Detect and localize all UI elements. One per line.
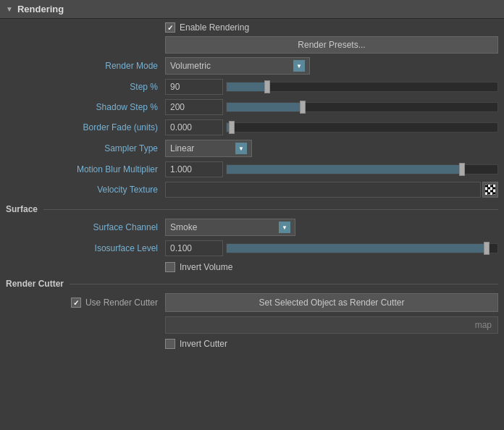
render-mode-dropdown[interactable]: Volumetric [165, 57, 310, 75]
enable-rendering-checkbox[interactable] [165, 22, 175, 33]
surface-section-header: Surface [0, 200, 504, 216]
shadow-step-input[interactable] [165, 99, 223, 115]
border-fade-slider[interactable] [226, 122, 498, 132]
border-fade-thumb[interactable] [229, 121, 235, 134]
use-render-cutter-row: Use Render Cutter Set Selected Object as… [0, 291, 504, 314]
invert-cutter-row: Invert Cutter [0, 336, 504, 351]
isosurface-level-slider[interactable] [226, 243, 498, 253]
invert-volume-checkbox[interactable] [165, 262, 175, 272]
step-percent-fill [227, 83, 267, 91]
step-percent-input[interactable] [165, 79, 223, 95]
step-percent-control [165, 79, 498, 95]
render-cutter-section-divider [70, 284, 498, 284]
invert-volume-label: Invert Volume [180, 262, 232, 272]
invert-cutter-label: Invert Cutter [180, 339, 227, 349]
isosurface-level-thumb[interactable] [484, 242, 490, 255]
render-mode-row: Render Mode Volumetric [0, 55, 504, 77]
sampler-type-control: Linear [165, 140, 498, 157]
shadow-step-control [165, 99, 498, 115]
surface-channel-value: Smoke [170, 222, 276, 232]
isosurface-level-fill [227, 244, 487, 253]
step-percent-thumb[interactable] [264, 80, 270, 93]
use-render-cutter-checkbox[interactable] [71, 298, 81, 308]
velocity-texture-control [165, 182, 498, 198]
render-mode-value: Volumetric [170, 61, 290, 71]
motion-blur-fill [227, 165, 462, 174]
border-fade-input[interactable] [165, 119, 223, 135]
render-cutter-section-header: Render Cutter [0, 274, 504, 291]
use-render-cutter-control: Set Selected Object as Render Cutter [165, 293, 498, 312]
step-percent-label: Step % [6, 82, 165, 92]
border-fade-label: Border Fade (units) [6, 122, 165, 132]
sampler-type-row: Sampler Type Linear [0, 138, 504, 159]
surface-section-divider [43, 209, 498, 210]
velocity-texture-row: Velocity Texture [0, 180, 504, 200]
motion-blur-control [165, 161, 498, 177]
isosurface-level-input[interactable] [165, 240, 223, 256]
collapse-arrow-icon[interactable]: ▼ [6, 5, 13, 13]
surface-channel-row: Surface Channel Smoke [0, 216, 504, 238]
sampler-type-value: Linear [170, 143, 232, 153]
surface-section-title: Surface [6, 204, 38, 214]
velocity-texture-label: Velocity Texture [6, 185, 165, 195]
shadow-step-fill [227, 103, 303, 111]
panel-header: ▼ Rendering [0, 0, 504, 19]
sampler-type-label: Sampler Type [6, 143, 165, 153]
render-mode-label: Render Mode [6, 61, 165, 71]
border-fade-control [165, 119, 498, 135]
surface-channel-label: Surface Channel [6, 222, 165, 232]
set-render-cutter-button[interactable]: Set Selected Object as Render Cutter [165, 293, 498, 312]
motion-blur-slider[interactable] [226, 164, 498, 174]
render-mode-arrow-icon[interactable] [293, 60, 305, 72]
render-mode-control: Volumetric [165, 57, 498, 75]
render-cutter-section-title: Render Cutter [6, 279, 64, 289]
checker-icon [485, 185, 495, 195]
rendering-panel: ▼ Rendering Enable Rendering Render Pres… [0, 0, 504, 351]
surface-channel-arrow-icon[interactable] [279, 222, 290, 233]
shadow-step-slider[interactable] [226, 102, 498, 112]
shadow-step-row: Shadow Step % [0, 97, 504, 117]
map-label: map [475, 320, 492, 330]
surface-channel-dropdown[interactable]: Smoke [165, 219, 295, 236]
invert-cutter-checkbox[interactable] [165, 339, 175, 349]
surface-channel-control: Smoke [165, 219, 498, 236]
isosurface-level-label: Isosurface Level [6, 243, 165, 253]
map-field[interactable]: map [165, 316, 498, 334]
velocity-texture-input[interactable] [165, 182, 481, 198]
motion-blur-label: Motion Blur Multiplier [6, 164, 165, 174]
use-render-cutter-control-label: Use Render Cutter [6, 298, 165, 308]
motion-blur-input[interactable] [165, 161, 223, 177]
step-percent-row: Step % [0, 77, 504, 97]
border-fade-row: Border Fade (units) [0, 117, 504, 138]
invert-volume-row: Invert Volume [0, 258, 504, 274]
shadow-step-thumb[interactable] [300, 101, 306, 114]
render-presets-button[interactable]: Render Presets... [165, 36, 498, 54]
velocity-texture-picker-button[interactable] [482, 182, 498, 198]
step-percent-slider[interactable] [226, 82, 498, 92]
map-area: map [0, 314, 504, 336]
motion-blur-thumb[interactable] [459, 163, 465, 176]
sampler-type-arrow-icon[interactable] [235, 143, 247, 154]
panel-title: Rendering [17, 4, 64, 14]
shadow-step-label: Shadow Step % [6, 102, 165, 112]
enable-rendering-row: Enable Rendering [0, 19, 504, 35]
isosurface-level-row: Isosurface Level [0, 238, 504, 258]
isosurface-level-control [165, 240, 498, 256]
sampler-type-dropdown[interactable]: Linear [165, 140, 252, 157]
use-render-cutter-label: Use Render Cutter [85, 298, 158, 308]
motion-blur-row: Motion Blur Multiplier [0, 159, 504, 180]
enable-rendering-label: Enable Rendering [180, 22, 249, 33]
